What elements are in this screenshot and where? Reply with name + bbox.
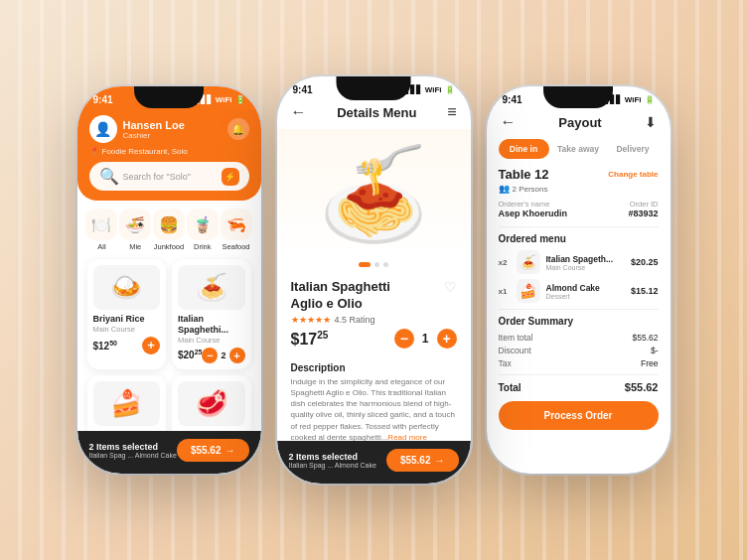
download-icon[interactable]: ⬇ xyxy=(645,114,657,130)
qty-plus-spaghetti[interactable]: + xyxy=(229,348,245,363)
checkout-arrow: → xyxy=(225,445,235,456)
qty-minus-details[interactable]: − xyxy=(394,329,414,349)
qty-plus-details[interactable]: + xyxy=(437,329,457,349)
selected-items-2: Italian Spag ... Almond Cake xyxy=(289,462,376,469)
cat-label-drink: Drink xyxy=(194,242,212,251)
battery-icon: 🔋 xyxy=(235,95,245,104)
details-header: ← Details Menu ≡ xyxy=(277,99,471,129)
qty-num-spaghetti: 2 xyxy=(221,350,225,360)
bottom-bar-2: 2 Items selected Italian Spag ... Almond… xyxy=(277,441,471,484)
change-table-btn[interactable]: Change table xyxy=(608,170,658,179)
location-row: 📍 Foodie Restaurant, Solo xyxy=(89,147,249,156)
tab-dine-in[interactable]: Dine in xyxy=(499,139,549,159)
summary-item-total-row: Item total $55.62 xyxy=(499,333,659,343)
hamburger-menu-btn[interactable]: ≡ xyxy=(447,103,456,121)
summary-discount-value: $- xyxy=(651,346,659,355)
add-briyani-btn[interactable]: + xyxy=(142,337,160,354)
food-image-area: 🍝 xyxy=(277,129,471,258)
battery-icon-2: 🔋 xyxy=(445,85,455,94)
user-details: Hansen Loe Cashier xyxy=(123,119,185,140)
payout-back-btn[interactable]: ← xyxy=(501,113,517,131)
summary-title: Order Summary xyxy=(499,316,659,327)
tab-delivery[interactable]: Delivery xyxy=(608,139,659,159)
summary-discount-label: Discount xyxy=(499,346,531,355)
notch-2 xyxy=(337,76,411,100)
bottom-bar-1: 2 Items selected Italian Spag ... Almond… xyxy=(77,431,261,474)
food-price: $1725 xyxy=(291,330,329,349)
wifi-icon-2: WiFi xyxy=(425,85,442,94)
menu-cat-spaghetti: Main Course xyxy=(178,336,245,345)
summary-item-total-label: Item total xyxy=(499,333,533,343)
order-id-item: Order ID #83932 xyxy=(628,200,658,218)
desc-title: Description xyxy=(291,362,457,373)
summary-tax-value: Free xyxy=(641,358,658,368)
rating-num: 4.5 Rating xyxy=(335,315,375,325)
menu-price-spaghetti: $2025 xyxy=(178,349,202,360)
desc-text: Indulge in the simplicity and elegance o… xyxy=(291,376,457,443)
tab-take-away[interactable]: Take away xyxy=(553,139,604,159)
menu-img-steak: 🥩 xyxy=(178,381,245,426)
divider-1 xyxy=(499,226,659,227)
menu-price-briyani: $1250 xyxy=(93,340,117,351)
checkout-total-2: $55.62 xyxy=(400,455,431,466)
qty-minus-spaghetti[interactable]: − xyxy=(202,348,218,363)
location-icon: 📍 xyxy=(89,147,99,156)
orderer-name-item: Orderer's name Asep Khoerudin xyxy=(499,200,568,218)
battery-icon-3: 🔋 xyxy=(645,95,655,104)
orderer-name-label: Orderer's name xyxy=(499,200,568,209)
selected-count: 2 Items selected xyxy=(89,442,177,452)
checkout-arrow-2: → xyxy=(435,455,445,466)
order-qty-1: x2 xyxy=(499,258,511,267)
cat-icon-drink: 🧋 xyxy=(187,209,219,240)
dot-3 xyxy=(383,262,388,267)
menu-name-spaghetti: Italian Spaghethi... xyxy=(178,314,245,336)
summary-section: Order Summary Item total $55.62 Discount… xyxy=(499,316,659,393)
divider-2 xyxy=(499,309,659,310)
phone-3: 9:41 ▋▋▋ WiFi 🔋 ← Payout ⬇ Dine in Take … xyxy=(487,86,671,474)
order-id-value: #83932 xyxy=(628,209,658,218)
ordered-item-2: x1 🍰 Almond Cake Dessert $15.12 xyxy=(499,279,659,303)
menu-bottom-spaghetti: $2025 − 2 + xyxy=(178,348,245,363)
category-drink[interactable]: 🧋 Drink xyxy=(187,209,219,251)
category-junkfood[interactable]: 🍔 Junkfood xyxy=(153,209,185,251)
summary-total-value: $55.62 xyxy=(625,381,659,393)
menu-card-spaghetti[interactable]: 🍝 Italian Spaghethi... Main Course $2025… xyxy=(172,259,251,369)
status-icons-2: ▋▋▋ WiFi 🔋 xyxy=(404,85,455,94)
food-name-row: Italian Spaghetti Aglio e Olio ♡ xyxy=(291,279,457,313)
cat-icon-all: 🍽️ xyxy=(85,209,117,240)
food-subname: Aglio e Olio xyxy=(291,296,390,313)
food-name-block: Italian Spaghetti Aglio e Olio xyxy=(291,279,390,313)
category-all[interactable]: 🍽️ All xyxy=(85,209,117,251)
persons-row: 👥 2 Persons xyxy=(499,184,659,194)
order-food-price-2: $15.12 xyxy=(631,286,659,296)
search-bar[interactable]: 🔍 Search for "Solo" ⚡ xyxy=(89,162,249,191)
category-mie[interactable]: 🍜 Mie xyxy=(119,209,151,251)
heart-icon[interactable]: ♡ xyxy=(444,279,457,295)
filter-icon[interactable]: ⚡ xyxy=(222,168,239,186)
cat-icon-mie: 🍜 xyxy=(119,209,151,240)
details-title: Details Menu xyxy=(337,105,416,120)
phone-2: 9:41 ▋▋▋ WiFi 🔋 ← Details Menu ≡ 🍝 Itali… xyxy=(277,76,471,484)
menu-card-briyani[interactable]: 🍛 Briyani Rice Main Course $1250 + xyxy=(87,259,167,369)
cat-label-seafood: Seafood xyxy=(223,242,250,251)
process-order-btn[interactable]: Process Order xyxy=(499,401,659,430)
order-food-info-2: Almond Cake Dessert xyxy=(546,283,625,300)
notification-btn[interactable]: 🔔 xyxy=(227,118,249,140)
menu-img-briyani: 🍛 xyxy=(93,265,161,310)
category-seafood[interactable]: 🦐 Seafood xyxy=(221,209,252,251)
price-qty-row: $1725 − 1 + xyxy=(291,329,457,356)
dot-2 xyxy=(374,262,379,267)
checkout-btn-2[interactable]: $55.62 → xyxy=(386,449,459,472)
tabs-row: Dine in Take away Delivery xyxy=(487,139,671,167)
back-btn[interactable]: ← xyxy=(291,103,307,121)
order-food-name-2: Almond Cake xyxy=(546,283,625,293)
checkout-btn[interactable]: $55.62 → xyxy=(177,439,249,462)
menu-cat-briyani: Main Course xyxy=(93,325,161,334)
selected-info: 2 Items selected Italian Spag ... Almond… xyxy=(89,442,177,459)
menu-bottom-briyani: $1250 + xyxy=(93,337,161,354)
divider-3 xyxy=(499,374,659,375)
summary-total-row: Total $55.62 xyxy=(499,381,659,393)
location-text: Foodie Restaurant, Solo xyxy=(102,147,188,156)
menu-name-briyani: Briyani Rice xyxy=(93,314,161,325)
table-number: Table 12 xyxy=(499,167,549,182)
